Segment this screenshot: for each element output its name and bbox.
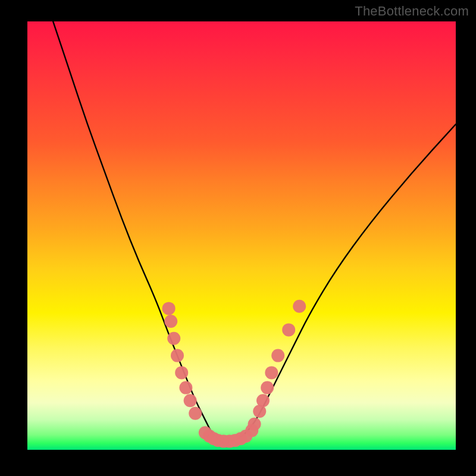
marker-dot — [189, 407, 202, 420]
marker-dot — [179, 381, 192, 394]
marker-dot — [248, 418, 261, 431]
chart-frame: TheBottleneck.com — [0, 0, 476, 476]
marker-dot — [184, 394, 197, 407]
marker-dot — [167, 332, 180, 345]
marker-dot — [256, 394, 270, 407]
marker-dot — [162, 302, 176, 315]
marker-dot — [171, 349, 184, 362]
watermark-text: TheBottleneck.com — [355, 4, 469, 19]
marker-dot — [261, 381, 274, 394]
marker-dot — [282, 323, 295, 336]
marker-dot — [271, 349, 284, 362]
marker-dot — [293, 300, 306, 313]
chart-overlay — [27, 21, 456, 450]
marker-dot — [164, 315, 177, 328]
marker-dot — [175, 366, 188, 379]
bottleneck-curve — [53, 21, 456, 441]
marker-dot — [265, 366, 278, 379]
plot-area — [27, 21, 456, 450]
marker-dots-group — [162, 300, 306, 448]
